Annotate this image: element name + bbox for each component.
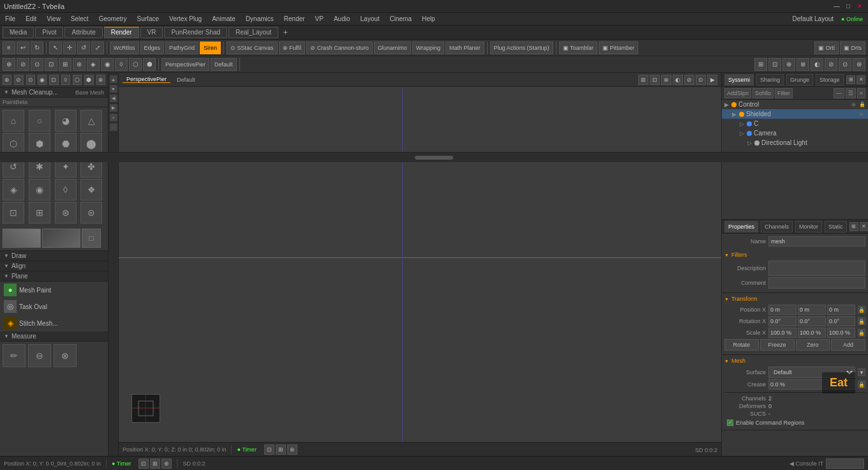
tb2-right7[interactable]: ⊙ — [839, 58, 851, 71]
toolbar-wcrtlos[interactable]: WcRtlos — [110, 42, 139, 54]
tool-btn-16[interactable]: ❖ — [80, 179, 102, 201]
tool-btn-4[interactable]: △ — [80, 110, 102, 132]
tool-btn-8[interactable]: ⬤ — [80, 133, 102, 155]
pos-y-input[interactable]: 0 m — [798, 305, 826, 315]
tb2-icon11[interactable]: ⬢ — [143, 58, 156, 71]
vs-btn-6[interactable]: - — [110, 123, 117, 131]
tab-render[interactable]: Render — [104, 27, 139, 38]
scale-z-input[interactable]: 100.0 % — [827, 328, 855, 338]
filter-btn[interactable]: Filter — [775, 88, 793, 98]
tree-item-shielded[interactable]: ▶ Shielded ◉ — [722, 109, 868, 119]
edit-header[interactable]: Draw — [0, 251, 108, 261]
tb2-right5[interactable]: ◐ — [811, 58, 823, 71]
vp-icon-4[interactable]: ◐ — [673, 75, 683, 85]
vs-btn-4[interactable]: ▶ — [110, 104, 117, 112]
tb2-right2[interactable]: ⊡ — [768, 58, 781, 71]
pos-lock-icon[interactable]: 🔒 — [858, 306, 865, 314]
props-close-btn[interactable]: ✕ — [860, 222, 868, 231]
tool-btn-13[interactable]: ◈ — [3, 179, 24, 201]
tab-vr[interactable]: VR — [140, 27, 163, 38]
close-button[interactable]: ✕ — [855, 2, 864, 11]
tool-btn-17[interactable]: ⊡ — [3, 202, 24, 224]
tree-item-c[interactable]: ▷ C — [722, 119, 868, 128]
rot-y-input[interactable]: 0.0° — [798, 316, 826, 326]
vp-tab-default[interactable]: Default — [173, 77, 199, 83]
tab-punrender[interactable]: PunRender Shad — [164, 27, 227, 38]
enable-crease-checkbox[interactable]: ✓ — [727, 420, 733, 426]
tb2-icon6[interactable]: ⊛ — [73, 58, 86, 71]
rot-lock-icon[interactable]: 🔒 — [858, 317, 865, 325]
tab-attribute[interactable]: Attribute — [64, 27, 102, 38]
menu-layout[interactable]: Layout — [358, 15, 382, 22]
tool-btn-18[interactable]: ⊞ — [29, 202, 50, 224]
menu-surface[interactable]: Surface — [135, 15, 161, 22]
menu-file[interactable]: File — [3, 15, 18, 22]
toolbar-math-planer[interactable]: Math Planer — [445, 42, 484, 54]
pos-z-input[interactable]: 0 m — [827, 305, 855, 315]
vp-icon-6[interactable]: ⊙ — [696, 75, 706, 85]
rot-z-input[interactable]: 0.0° — [827, 316, 855, 326]
pos-x-input[interactable]: 0 m — [768, 305, 797, 315]
tb2-icon8[interactable]: ◉ — [101, 58, 114, 71]
scene-toolbar-menu[interactable]: ☰ — [846, 88, 856, 98]
vp-icon-2[interactable]: ⊡ — [650, 75, 660, 85]
add-item-btn[interactable]: AddSlpn — [724, 88, 751, 98]
plane-header[interactable]: Plane — [0, 271, 108, 282]
toolbar-crash[interactable]: ⊘ Crash Cannon-sturo — [306, 42, 373, 54]
tb2-icon7[interactable]: ◈ — [87, 58, 100, 71]
move-icon[interactable]: ✛ — [63, 42, 76, 54]
maximize-button[interactable]: □ — [844, 2, 853, 11]
tool-btn-7[interactable]: ⬣ — [55, 133, 77, 155]
left-panel-icon1[interactable]: ⊕ — [3, 75, 11, 85]
measure-btn-2[interactable]: ⊖ — [28, 344, 51, 367]
left-panel-icon8[interactable]: ⬢ — [84, 75, 93, 85]
footer-icon-1[interactable]: ⊡ — [264, 444, 274, 455]
toolbar-toamblar[interactable]: ▣ Toamblar — [559, 42, 597, 54]
menu-vp[interactable]: VP — [313, 15, 326, 22]
toolbar-drts[interactable]: ▣ Drts — [840, 42, 865, 54]
tb2-right4[interactable]: ⊗ — [797, 58, 809, 71]
vp-tab-persp[interactable]: PerspectivePier — [123, 76, 170, 83]
tb2-right1[interactable]: ⊞ — [754, 58, 767, 71]
rotate-icon[interactable]: ↺ — [77, 42, 90, 54]
toolbar-glunamimo[interactable]: Glunamimo — [374, 42, 411, 54]
vp-icon-3[interactable]: ⊕ — [661, 75, 671, 85]
tb2-icon9[interactable]: ◊ — [115, 58, 128, 71]
left-panel-icon4[interactable]: ◉ — [38, 75, 47, 85]
menu-cinema[interactable]: Cinema — [387, 15, 414, 22]
menu-audio[interactable]: Audio — [331, 15, 353, 22]
toolbar-fulfil[interactable]: ⊕ Fulfil — [279, 42, 306, 54]
props-tab-properties[interactable]: Properties — [724, 221, 758, 232]
scene-tab-grunge[interactable]: Grunge — [786, 74, 813, 86]
tab-media[interactable]: Media — [3, 27, 34, 38]
stitch-mesh-item[interactable]: ◈ Stitch Mesh... — [0, 315, 108, 331]
vs-btn-3[interactable]: ◀ — [110, 95, 117, 102]
freeze-btn[interactable]: Freeze — [760, 339, 795, 351]
measure-header[interactable]: Measure — [0, 331, 108, 342]
scene-tab-sharing[interactable]: Sharing — [756, 74, 784, 86]
left-panel-icon5[interactable]: ⊡ — [49, 75, 58, 85]
scene-close-btn[interactable]: ✕ — [857, 75, 865, 84]
zero-btn[interactable]: Zero — [796, 339, 830, 351]
menu-dynamics[interactable]: Dynamics — [243, 15, 276, 22]
cursor-icon[interactable]: ↖ — [49, 42, 62, 54]
props-tab-static[interactable]: Static — [825, 221, 847, 232]
left-panel-icon9[interactable]: ⊕ — [96, 75, 105, 85]
vs-btn-2[interactable]: ▼ — [110, 85, 117, 93]
scale-y-input[interactable]: 100.0 % — [798, 328, 826, 338]
vp-icon-7[interactable]: ▶ — [707, 75, 717, 85]
canvas-area[interactable] — [119, 87, 721, 442]
measure-btn-3[interactable]: ⊗ — [54, 344, 77, 367]
tool-btn-6[interactable]: ⬢ — [29, 133, 50, 155]
tb2-right6[interactable]: ⊘ — [825, 58, 837, 71]
add-tab-button[interactable]: + — [280, 27, 291, 38]
tree-item-control[interactable]: ▶ Control ◉ 🔒 — [722, 100, 868, 109]
tb2-icon3[interactable]: ⊙ — [31, 58, 43, 71]
tool-btn-3[interactable]: ◕ — [55, 110, 77, 132]
toolbar1-icon3[interactable]: ↻ — [31, 42, 43, 54]
props-tab-monitor[interactable]: Monitor — [795, 221, 822, 232]
vp-icon-5[interactable]: ⊘ — [684, 75, 694, 85]
scene-expand-btn[interactable]: ⊞ — [846, 75, 855, 84]
vs-btn-5[interactable]: + — [110, 114, 117, 121]
menu-view[interactable]: View — [44, 15, 63, 22]
